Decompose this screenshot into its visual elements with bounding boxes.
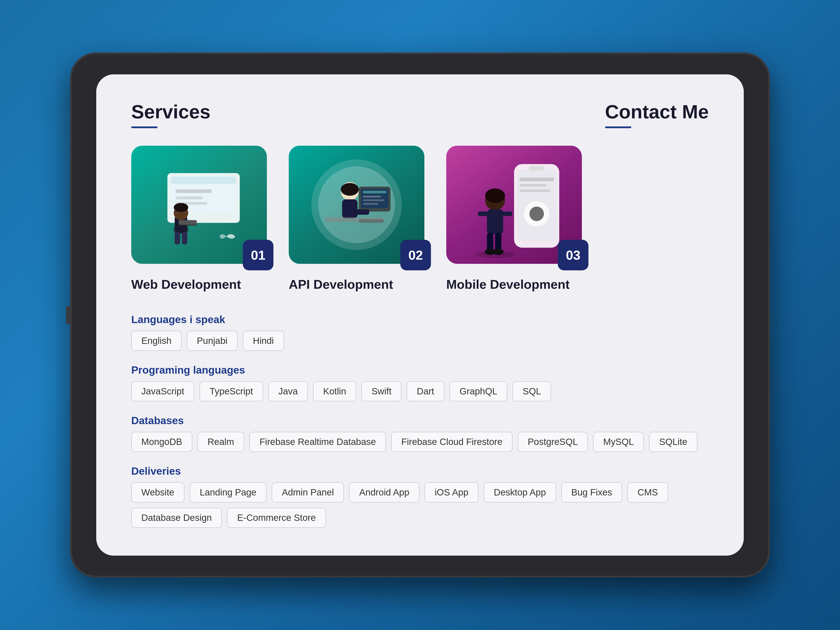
tag-mysql: MySQL [593,432,644,452]
svg-point-9 [174,203,188,212]
api-dev-badge: 02 [400,240,431,270]
services-title: Services [131,101,210,128]
svg-point-17 [341,183,359,196]
languages-label: Languages i speak [131,313,709,325]
api-dev-card-wrapper: 02 API Development [289,146,425,292]
tag-desktop-app: Desktop App [484,482,556,502]
svg-point-45 [475,251,515,258]
web-dev-badge: 01 [243,240,273,270]
svg-point-35 [529,207,544,221]
svg-rect-41 [478,212,488,216]
svg-rect-12 [175,232,180,245]
tag-javascript: JavaScript [131,381,194,401]
tag-hindi: Hindi [243,331,284,351]
svg-rect-24 [363,199,385,201]
mobile-dev-card[interactable]: 03 [446,146,582,264]
tag-firebase-firestore: Firebase Cloud Firestore [391,432,512,452]
svg-rect-23 [363,196,381,197]
programming-tags: JavaScript TypeScript Java Kotlin Swift … [131,381,709,401]
svg-rect-11 [179,220,197,225]
tag-realm: Realm [197,432,244,452]
bottom-section: Languages i speak English Punjabi Hindi … [131,313,709,528]
api-dev-label: API Development [289,277,393,292]
tag-punjabi: Punjabi [187,331,238,351]
svg-rect-22 [363,191,386,193]
tag-sql: SQL [513,381,551,401]
svg-rect-26 [359,219,384,223]
tag-typescript: TypeScript [199,381,263,401]
tag-cms: CMS [627,482,668,502]
databases-row: Databases MongoDB Realm Firebase Realtim… [131,415,709,452]
svg-rect-3 [176,189,212,193]
mobile-dev-badge: 03 [558,240,589,270]
tag-mongodb: MongoDB [131,432,192,452]
contact-title: Contact Me [605,101,709,128]
page-content: Services Contact Me [96,74,744,556]
services-row: 01 Web Development [131,146,709,292]
tag-ios-app: iOS App [425,482,478,502]
svg-rect-38 [487,209,503,234]
tag-firebase-realtime: Firebase Realtime Database [249,432,386,452]
deliveries-label: Deliveries [131,465,709,477]
languages-row: Languages i speak English Punjabi Hindi [131,313,709,351]
tag-java: Java [268,381,308,401]
deliveries-tags: Website Landing Page Admin Panel Android… [131,482,709,528]
tag-swift: Swift [362,381,401,401]
svg-rect-25 [363,203,378,205]
header-row: Services Contact Me [131,101,709,128]
tablet-device: Services Contact Me [70,52,770,578]
svg-rect-42 [502,212,512,216]
tag-sqlite: SQLite [649,432,697,452]
tag-admin-panel: Admin Panel [272,482,344,502]
svg-rect-13 [182,232,187,245]
web-dev-label: Web Development [131,277,241,292]
tag-android-app: Android App [349,482,419,502]
svg-rect-30 [529,166,545,171]
tag-english: English [131,331,182,351]
svg-rect-33 [519,189,550,192]
tag-ecommerce: E-Commerce Store [227,508,326,528]
mobile-dev-card-wrapper: 03 Mobile Development [446,146,582,292]
svg-rect-27 [356,209,369,215]
svg-rect-4 [176,197,203,199]
languages-tags: English Punjabi Hindi [131,331,709,351]
databases-label: Databases [131,415,709,426]
web-dev-card-wrapper: 01 Web Development [131,146,267,292]
tablet-screen: Services Contact Me [96,74,744,556]
svg-rect-2 [171,177,236,184]
tag-landing-page: Landing Page [189,482,267,502]
databases-tags: MongoDB Realm Firebase Realtime Database… [131,432,709,452]
programming-label: Programing languages [131,364,709,376]
web-dev-card[interactable]: 01 [131,146,267,264]
api-dev-card[interactable]: 02 [289,146,425,264]
svg-rect-18 [342,199,357,218]
deliveries-row: Deliveries Website Landing Page Admin Pa… [131,465,709,528]
tag-database-design: Database Design [131,508,222,528]
tag-kotlin: Kotlin [313,381,356,401]
tag-graphql: GraphQL [450,381,507,401]
tag-bug-fixes: Bug Fixes [561,482,622,502]
programming-row: Programing languages JavaScript TypeScri… [131,364,709,401]
tag-postgresql: PostgreSQL [518,432,588,452]
svg-point-37 [485,189,505,203]
mobile-dev-label: Mobile Development [446,277,570,292]
svg-rect-32 [519,184,547,186]
tag-website: Website [131,482,185,502]
tag-dart: Dart [407,381,444,401]
svg-rect-31 [519,178,554,182]
